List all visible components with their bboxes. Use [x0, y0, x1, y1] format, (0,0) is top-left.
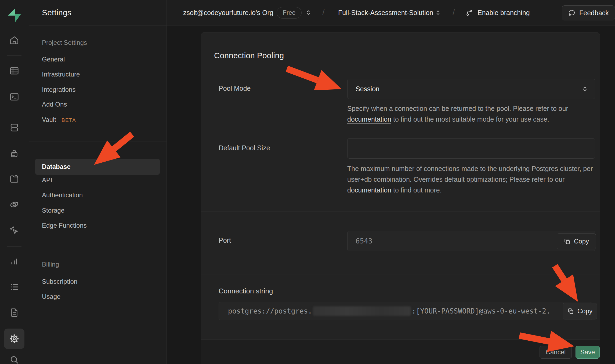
- chevrons-up-down-icon: [581, 85, 589, 93]
- rail-item-settings[interactable]: [4, 329, 24, 349]
- pool-mode-select[interactable]: Session: [347, 79, 595, 99]
- sidebar-divider: [29, 141, 167, 141]
- page-title: Settings: [42, 0, 71, 25]
- org-switcher[interactable]: [305, 0, 312, 25]
- plan-badge[interactable]: Free: [277, 0, 302, 25]
- org-breadcrumb[interactable]: zsolt@codeyourfuture.io's Org: [183, 0, 273, 25]
- connection-string-label: Connection string: [219, 287, 273, 295]
- chevrons-up-down-icon: [435, 9, 442, 16]
- section-divider: [201, 211, 600, 212]
- project-name: Full-Stack-Assessment-Solution: [338, 9, 433, 17]
- feedback-bubble-icon: [568, 9, 576, 17]
- logo-bolt-top: [8, 9, 15, 16]
- supabase-logo[interactable]: [6, 7, 22, 23]
- enable-branching-label: Enable branching: [477, 9, 530, 17]
- default-pool-size-label: Default Pool Size: [219, 144, 270, 152]
- table-editor-icon: [9, 66, 19, 76]
- sidebar-section-header: Billing: [42, 261, 59, 268]
- rail-item-home[interactable]: [4, 30, 24, 50]
- logs-list-icon: [9, 282, 19, 292]
- sidebar-divider: [29, 247, 167, 247]
- sidebar-item-edge-functions[interactable]: Edge Functions: [42, 222, 87, 229]
- rail-item-storage[interactable]: [4, 169, 24, 189]
- enable-branching-button[interactable]: Enable branching: [465, 0, 530, 25]
- rail-item-logs[interactable]: [4, 277, 24, 297]
- auth-lock-icon: [9, 148, 19, 159]
- sidebar-item-authentication[interactable]: Authentication: [42, 191, 83, 199]
- rail-divider: [7, 55, 21, 56]
- documentation-link[interactable]: documentation: [347, 186, 391, 194]
- sidebar-item-general[interactable]: General: [42, 56, 65, 63]
- reports-chart-icon: [9, 256, 19, 267]
- sidebar-item-usage[interactable]: Usage: [42, 293, 60, 300]
- rail-divider: [7, 113, 21, 113]
- search-icon: [9, 355, 19, 364]
- card-footer: Cancel Save: [201, 339, 600, 364]
- rail-item-database[interactable]: [4, 117, 24, 138]
- save-button[interactable]: Save: [576, 346, 600, 359]
- cancel-button[interactable]: Cancel: [540, 346, 572, 359]
- docs-file-icon: [9, 307, 19, 318]
- beta-badge: BETA: [62, 117, 76, 123]
- sidebar-item-vault[interactable]: VaultBETA: [42, 116, 76, 123]
- pool-mode-value: Session: [356, 79, 379, 99]
- supabase-dashboard: { "topbar": { "title": "Settings", "org_…: [0, 0, 615, 364]
- connection-string-copy-button[interactable]: Copy: [563, 303, 597, 319]
- git-branch-icon: [465, 9, 473, 17]
- rail-item-docs[interactable]: [4, 302, 24, 323]
- sidebar-section-header: Project Settings: [42, 39, 87, 46]
- project-switcher[interactable]: [435, 0, 442, 25]
- sidebar-item-storage[interactable]: Storage: [42, 207, 64, 214]
- port-value: 6543: [356, 231, 372, 251]
- realtime-orbit-icon: [9, 199, 19, 210]
- breadcrumb-separator: /: [453, 0, 455, 25]
- default-pool-size-input[interactable]: [347, 138, 595, 159]
- sidebar-item-integrations[interactable]: Integrations: [42, 86, 75, 93]
- org-name: zsolt@codeyourfuture.io's Org: [183, 9, 273, 17]
- rail-divider: [7, 246, 21, 247]
- advisors-cursor-icon: [9, 225, 19, 236]
- rail-item-search[interactable]: [4, 350, 24, 364]
- project-breadcrumb[interactable]: Full-Stack-Assessment-Solution: [338, 0, 433, 25]
- rail-item-advisors[interactable]: [4, 220, 24, 241]
- pool-mode-description: Specify when a connection can be returne…: [347, 103, 597, 125]
- copy-icon: [567, 308, 574, 315]
- settings-gear-icon: [9, 333, 20, 344]
- rail-item-sql-editor[interactable]: [4, 87, 24, 107]
- section-divider: [201, 275, 600, 275]
- sidebar-item-infrastructure[interactable]: Infrastructure: [42, 71, 80, 78]
- rail-item-realtime[interactable]: [4, 194, 24, 215]
- rail-item-authentication[interactable]: [4, 143, 24, 164]
- top-bar: Settings zsolt@codeyourfuture.io's Org F…: [29, 0, 615, 26]
- default-pool-size-description: The maximum number of connections made t…: [347, 163, 597, 195]
- connection-string-value: postgres://postgres.:[YOUR-PASSWORD]@aws…: [228, 302, 551, 320]
- rail-item-table-editor[interactable]: [4, 61, 24, 81]
- connection-pooling-card: Connection Pooling Pool Mode Session Spe…: [201, 32, 600, 364]
- card-title: Connection Pooling: [214, 32, 284, 79]
- home-icon: [9, 35, 19, 45]
- pool-mode-label: Pool Mode: [219, 85, 251, 92]
- sidebar-item-add-ons[interactable]: Add Ons: [42, 101, 67, 108]
- logo-bolt-bottom: [15, 14, 21, 22]
- storage-folder-icon: [9, 174, 19, 184]
- sql-editor-icon: [9, 92, 19, 102]
- copy-icon: [564, 238, 571, 245]
- documentation-link[interactable]: documentation: [347, 115, 391, 123]
- icon-rail: [0, 0, 29, 364]
- sidebar-item-api[interactable]: API: [42, 176, 52, 184]
- feedback-button[interactable]: Feedback: [562, 5, 615, 20]
- sidebar-item-database[interactable]: Database: [35, 159, 160, 175]
- rail-item-reports[interactable]: [4, 251, 24, 272]
- breadcrumb-separator: /: [322, 0, 324, 25]
- port-input[interactable]: 6543 Copy: [347, 231, 595, 251]
- port-copy-button[interactable]: Copy: [557, 233, 596, 249]
- topbar-divider: [167, 0, 167, 25]
- port-label: Port: [219, 236, 231, 244]
- connection-string-redacted: [313, 306, 411, 316]
- connection-string-field[interactable]: postgres://postgres.:[YOUR-PASSWORD]@aws…: [219, 302, 592, 320]
- settings-sidebar: Project Settings General Infrastructure …: [29, 26, 167, 364]
- database-icon: [9, 122, 19, 133]
- chevrons-up-down-icon: [305, 9, 312, 16]
- sidebar-item-subscription[interactable]: Subscription: [42, 278, 77, 285]
